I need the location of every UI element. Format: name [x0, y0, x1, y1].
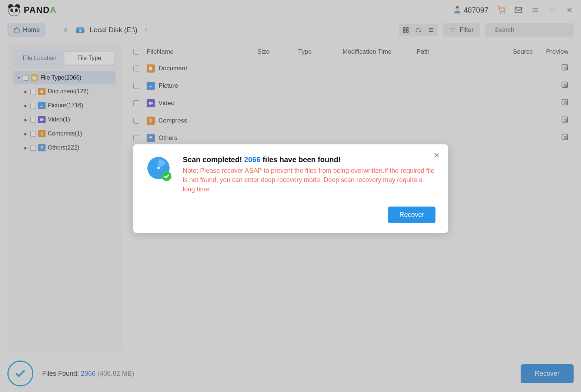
modal-overlay: Scan completed! 2066 files have been fou… [0, 0, 581, 392]
scan-complete-modal: Scan completed! 2066 files have been fou… [133, 144, 448, 233]
svg-point-61 [157, 167, 160, 169]
close-icon [433, 152, 440, 158]
scan-success-icon [146, 155, 173, 182]
modal-title: Scan completed! 2066 files have been fou… [183, 155, 435, 164]
modal-recover-button[interactable]: Recover [388, 207, 435, 223]
modal-note: Note: Please recover ASAP to prevent the… [183, 166, 435, 194]
modal-close-button[interactable] [433, 151, 440, 161]
